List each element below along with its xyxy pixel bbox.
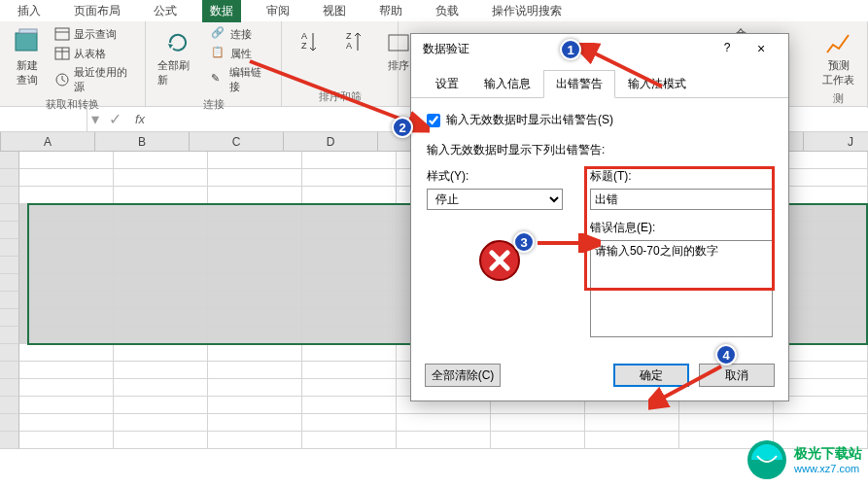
style-label: 样式(Y): [427, 168, 573, 185]
tab-settings[interactable]: 设置 [423, 70, 471, 98]
tab-page-layout[interactable]: 页面布局 [66, 0, 128, 22]
error-msg-label: 错误信息(E): [590, 220, 773, 236]
col-header-b[interactable]: B [95, 132, 190, 151]
table-icon [54, 26, 70, 42]
svg-text:A: A [301, 31, 307, 41]
tab-error-alert[interactable]: 出错警告 [543, 70, 615, 98]
forecast-icon [823, 27, 854, 58]
error-msg-textarea[interactable]: 请输入50-70之间的数字 [590, 240, 773, 337]
svg-rect-2 [55, 28, 69, 40]
svg-rect-1 [19, 29, 37, 33]
edit-links-button[interactable]: ✎编辑链接 [209, 64, 273, 95]
show-query-button[interactable]: 显示查询 [52, 25, 137, 43]
tab-tellme[interactable]: 操作说明搜索 [484, 0, 570, 22]
dialog-title: 数据验证 [423, 41, 469, 57]
fx-icon[interactable]: fx [127, 112, 153, 126]
tab-data[interactable]: 数据 [202, 0, 241, 22]
ribbon-tabs: 插入 页面布局 公式 数据 审阅 视图 帮助 负载 操作说明搜索 [0, 0, 868, 21]
sort-az-button[interactable]: AZ [290, 25, 329, 75]
recent-sources-button[interactable]: 最近使用的源 [52, 64, 137, 95]
dialog-close-button[interactable]: × [742, 41, 781, 56]
sort-az-icon: AZ [294, 27, 325, 58]
properties-button[interactable]: 📋属性 [209, 45, 273, 62]
group-label-forecast: 测 [817, 89, 859, 106]
tab-review[interactable]: 审阅 [259, 0, 297, 22]
tab-help[interactable]: 帮助 [371, 0, 410, 22]
col-header-a[interactable]: A [1, 132, 95, 151]
new-query-label: 新建 查询 [17, 58, 38, 87]
tab-load[interactable]: 负载 [428, 0, 467, 22]
annotation-1: 1 [560, 39, 581, 60]
style-select[interactable]: 停止 [427, 189, 563, 210]
dialog-help-button[interactable]: ? [712, 41, 742, 56]
annotation-2: 2 [392, 117, 413, 138]
col-header-d[interactable]: D [284, 132, 378, 151]
show-error-label: 输入无效数据时显示出错警告(S) [446, 112, 613, 128]
edit-links-icon: ✎ [211, 72, 226, 87]
watermark-name: 极光下载站 [794, 445, 862, 463]
group-label-connections: 连接 [154, 95, 273, 112]
from-table-button[interactable]: 从表格 [52, 45, 137, 62]
watermark: 极光下载站 www.xz7.com [746, 438, 862, 481]
annotation-4: 4 [715, 344, 737, 365]
new-query-icon [12, 27, 43, 58]
col-header-c[interactable]: C [190, 132, 284, 151]
cancel-button[interactable]: 取消 [699, 364, 775, 387]
tab-formulas[interactable]: 公式 [146, 0, 185, 22]
refresh-all-button[interactable]: 全部刷新 [154, 25, 203, 95]
title-label: 标题(T): [590, 168, 773, 185]
clear-all-button[interactable]: 全部清除(C) [425, 364, 501, 387]
svg-rect-0 [16, 33, 37, 51]
watermark-url: www.xz7.com [794, 463, 862, 474]
forecast-sheet-button[interactable]: 预测 工作表 [817, 25, 859, 89]
tab-ime-mode[interactable]: 输入法模式 [615, 70, 699, 98]
grid-icon [54, 46, 70, 61]
tab-view[interactable]: 视图 [315, 0, 354, 22]
svg-text:A: A [346, 41, 352, 51]
watermark-icon [746, 438, 788, 481]
new-query-button[interactable]: 新建 查询 [8, 25, 47, 95]
sort-za-icon: ZA [338, 27, 369, 58]
connections-button[interactable]: 🔗连接 [209, 25, 273, 43]
refresh-icon [162, 27, 193, 58]
show-error-checkbox[interactable] [427, 114, 440, 127]
svg-text:Z: Z [301, 41, 307, 51]
properties-icon: 📋 [211, 46, 226, 61]
dialog-tabs: 设置 输入信息 出错警告 输入法模式 [411, 69, 788, 98]
tab-insert[interactable]: 插入 [10, 0, 49, 22]
recent-icon [54, 72, 70, 87]
annotation-3: 3 [513, 231, 535, 253]
name-box[interactable] [0, 107, 87, 131]
group-label-sort-filter: 排序和筛 [290, 87, 390, 104]
title-input[interactable] [590, 189, 773, 210]
svg-text:Z: Z [346, 31, 352, 41]
sort-za-button[interactable]: ZA [334, 25, 373, 75]
subtitle-label: 输入无效数据时显示下列出错警告: [427, 142, 773, 158]
link-icon: 🔗 [211, 26, 226, 42]
tab-input-message[interactable]: 输入信息 [471, 70, 543, 98]
ok-button[interactable]: 确定 [613, 364, 689, 387]
col-header-j[interactable]: J [804, 132, 868, 151]
